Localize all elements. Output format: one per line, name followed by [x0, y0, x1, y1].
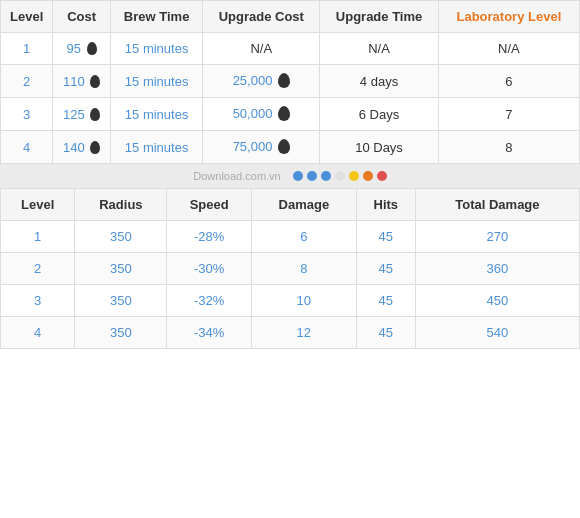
cost-cell: 95	[53, 33, 110, 65]
lab-level-cell: N/A	[438, 33, 579, 65]
elixir-drop-icon	[90, 108, 100, 121]
col2-header-speed: Speed	[167, 189, 251, 221]
table-row: 2 110 15 minutes 25,000 4 days 6	[1, 65, 580, 98]
lab-level-cell: 8	[438, 131, 579, 164]
col2-header-hits: Hits	[356, 189, 415, 221]
col-header-lab-level: Laboratory Level	[438, 1, 579, 33]
damage-cell: 10	[251, 285, 356, 317]
level2-cell: 1	[1, 221, 75, 253]
watermark-dot	[321, 171, 331, 181]
upgrade-time-cell: 6 Days	[320, 98, 438, 131]
radius-cell: 350	[75, 317, 167, 349]
table-row: 4 140 15 minutes 75,000 10 Days 8	[1, 131, 580, 164]
damage-stats-table: Level Radius Speed Damage Hits Total Dam…	[0, 188, 580, 349]
watermark-dot	[293, 171, 303, 181]
table-row: 3 125 15 minutes 50,000 6 Days 7	[1, 98, 580, 131]
brew-time-cell: 15 minutes	[110, 33, 202, 65]
col-header-cost: Cost	[53, 1, 110, 33]
level-cell: 1	[1, 33, 53, 65]
upgrade-cost-cell: 75,000	[203, 131, 320, 164]
level2-cell: 4	[1, 317, 75, 349]
total-damage-cell: 540	[415, 317, 579, 349]
col-header-upgrade-time: Upgrade Time	[320, 1, 438, 33]
upgrade-cost-cell: 50,000	[203, 98, 320, 131]
watermark-dot	[335, 171, 345, 181]
level-cell: 4	[1, 131, 53, 164]
table-row: 4 350 -34% 12 45 540	[1, 317, 580, 349]
speed-cell: -28%	[167, 221, 251, 253]
table-row: 1 350 -28% 6 45 270	[1, 221, 580, 253]
total-damage-cell: 360	[415, 253, 579, 285]
table-row: 2 350 -30% 8 45 360	[1, 253, 580, 285]
lab-level-cell: 7	[438, 98, 579, 131]
col2-header-damage: Damage	[251, 189, 356, 221]
level2-cell: 2	[1, 253, 75, 285]
upgrade-cost-cell: 25,000	[203, 65, 320, 98]
cost-cell: 125	[53, 98, 110, 131]
col-header-upgrade-cost: Upgrade Cost	[203, 1, 320, 33]
brew-time-cell: 15 minutes	[110, 131, 202, 164]
cost-cell: 110	[53, 65, 110, 98]
hits-cell: 45	[356, 253, 415, 285]
brew-time-cell: 15 minutes	[110, 65, 202, 98]
radius-cell: 350	[75, 221, 167, 253]
upgrade-time-cell: N/A	[320, 33, 438, 65]
radius-cell: 350	[75, 285, 167, 317]
watermark-dot	[377, 171, 387, 181]
watermark-dot	[349, 171, 359, 181]
lab-level-cell: 6	[438, 65, 579, 98]
col2-header-total-damage: Total Damage	[415, 189, 579, 221]
elixir-drop-icon	[90, 75, 100, 88]
upgrade-time-cell: 4 days	[320, 65, 438, 98]
watermark-dot	[363, 171, 373, 181]
hits-cell: 45	[356, 221, 415, 253]
watermark-dot	[307, 171, 317, 181]
brew-stats-table: Level Cost Brew Time Upgrade Cost Upgrad…	[0, 0, 580, 164]
upgrade-drop-icon	[278, 106, 290, 121]
damage-cell: 8	[251, 253, 356, 285]
upgrade-drop-icon	[278, 73, 290, 88]
col2-header-radius: Radius	[75, 189, 167, 221]
col-header-brew-time: Brew Time	[110, 1, 202, 33]
table-row: 3 350 -32% 10 45 450	[1, 285, 580, 317]
damage-cell: 6	[251, 221, 356, 253]
elixir-drop-icon	[90, 141, 100, 154]
hits-cell: 45	[356, 285, 415, 317]
cost-cell: 140	[53, 131, 110, 164]
level2-cell: 3	[1, 285, 75, 317]
radius-cell: 350	[75, 253, 167, 285]
upgrade-drop-icon	[278, 139, 290, 154]
upgrade-time-cell: 10 Days	[320, 131, 438, 164]
speed-cell: -32%	[167, 285, 251, 317]
total-damage-cell: 270	[415, 221, 579, 253]
col2-header-level: Level	[1, 189, 75, 221]
col-header-level: Level	[1, 1, 53, 33]
damage-cell: 12	[251, 317, 356, 349]
table-row: 1 95 15 minutes N/A N/A N/A	[1, 33, 580, 65]
speed-cell: -30%	[167, 253, 251, 285]
upgrade-cost-cell: N/A	[203, 33, 320, 65]
brew-time-cell: 15 minutes	[110, 98, 202, 131]
watermark-text: Download.com.vn	[193, 170, 280, 182]
speed-cell: -34%	[167, 317, 251, 349]
total-damage-cell: 450	[415, 285, 579, 317]
level-cell: 3	[1, 98, 53, 131]
hits-cell: 45	[356, 317, 415, 349]
watermark-divider: Download.com.vn	[0, 164, 580, 188]
level-cell: 2	[1, 65, 53, 98]
elixir-drop-icon	[87, 42, 97, 55]
